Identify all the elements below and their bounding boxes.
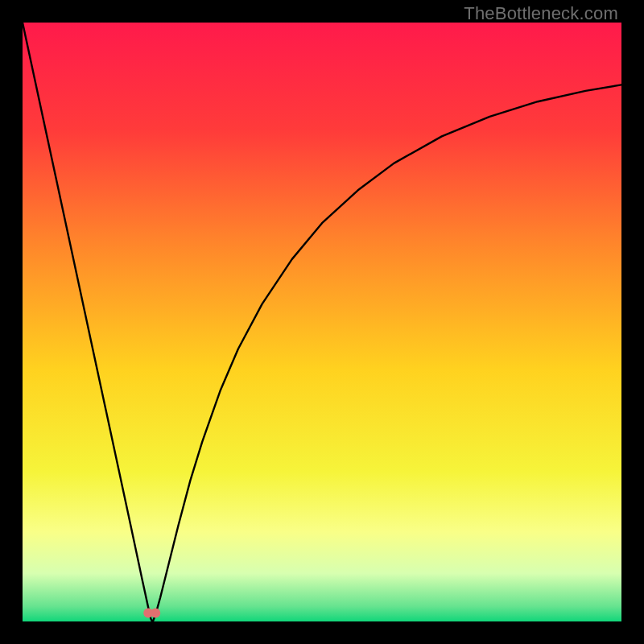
chart-frame	[23, 23, 621, 621]
chart-background	[23, 23, 621, 621]
watermark-text: TheBottleneck.com	[464, 3, 618, 24]
bottleneck-chart	[23, 23, 621, 621]
min-marker-2	[151, 609, 160, 618]
